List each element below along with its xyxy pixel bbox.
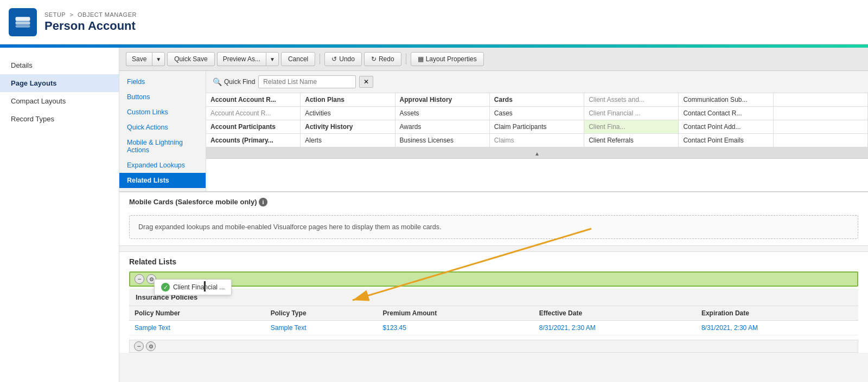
cell-expiration-date[interactable]: 8/31/2021, 2:30 AM — [696, 321, 858, 335]
rlist-assets[interactable]: Assets — [395, 107, 490, 120]
panel-area: Fields Buttons Custom Links Quick Action… — [119, 71, 868, 192]
rlist-client-financial1[interactable]: Client Financial ... — [584, 107, 679, 120]
layout-properties-button[interactable]: ▦ Layout Properties — [411, 52, 484, 66]
rlist-contact-contact-r[interactable]: Contact Contact R... — [679, 107, 773, 120]
rlist-contact-point-emails[interactable]: Contact Point Emails — [679, 134, 773, 147]
tooltip-check-icon: ✓ — [161, 283, 170, 292]
redo-button[interactable]: ↻ Redo — [364, 52, 401, 66]
col-premium-amount: Premium Amount — [378, 306, 534, 321]
nav-quick-actions[interactable]: Quick Actions — [119, 120, 206, 135]
page-title: Person Account — [44, 19, 137, 33]
save-dropdown-button[interactable]: ▼ — [152, 52, 165, 66]
scroll-indicator: ▲ — [206, 148, 868, 159]
rlist-placeholder1 — [774, 93, 868, 107]
rlist-client-referrals[interactable]: Client Referrals — [584, 134, 679, 147]
col-policy-number: Policy Number — [129, 306, 265, 321]
rlist-alerts[interactable]: Alerts — [301, 134, 395, 147]
redo-icon: ↻ — [371, 55, 376, 63]
svg-rect-1 — [16, 21, 30, 24]
rlist-activities[interactable]: Activities — [301, 107, 395, 120]
sidebar-item-record-types[interactable]: Record Types — [0, 110, 119, 128]
drop-zone-controls: − ⚙ — [135, 274, 156, 284]
rlist-business-licenses[interactable]: Business Licenses — [395, 134, 490, 147]
mobile-cards-info-icon[interactable]: i — [259, 198, 267, 206]
svg-rect-2 — [16, 25, 30, 28]
rlist-action-plans[interactable]: Action Plans — [301, 93, 395, 107]
nav-expanded-lookups[interactable]: Expanded Lookups — [119, 158, 206, 173]
nav-fields[interactable]: Fields — [119, 74, 206, 89]
insurance-section: Insurance Policies Policy Number Policy … — [129, 289, 858, 335]
drop-zone[interactable]: − ⚙ — [129, 271, 858, 287]
cell-policy-number[interactable]: Sample Text — [129, 321, 265, 335]
rlist-account-account-r1[interactable]: Account Account R... — [206, 93, 301, 107]
sidebar-item-compact-layouts[interactable]: Compact Layouts — [0, 92, 119, 110]
main-wrapper: Mobile Cards (Salesforce mobile only) i … — [119, 192, 868, 353]
table-row: Sample Text Sample Text $123.45 8/31/202… — [129, 321, 858, 335]
col-expiration-date: Expiration Date — [696, 306, 858, 321]
preview-as-button[interactable]: Preview As... — [217, 52, 266, 66]
mobile-cards-section: Mobile Cards (Salesforce mobile only) i … — [119, 192, 868, 246]
rlist-account-account-r2[interactable]: Account Account R... — [206, 107, 301, 120]
rlist-approval-history[interactable]: Approval History — [395, 93, 490, 107]
quick-find-input[interactable] — [258, 75, 356, 88]
mobile-cards-header: Mobile Cards (Salesforce mobile only) i — [119, 192, 868, 212]
related-lists-section: Related Lists − ⚙ ▎ ✓ — [119, 251, 868, 353]
undo-icon: ↺ — [331, 55, 337, 63]
rlist-client-fina-dragging[interactable]: Client Fina... — [584, 120, 679, 134]
rlist-client-assets[interactable]: Client Assets and... — [584, 93, 679, 107]
nav-mobile-lightning[interactable]: Mobile & Lightning Actions — [119, 135, 206, 158]
drop-zone-container: − ⚙ ▎ ✓ Client Financial ... — [119, 271, 868, 287]
app-logo — [9, 8, 37, 36]
col-policy-type: Policy Type — [265, 306, 378, 321]
col-effective-date: Effective Date — [534, 306, 696, 321]
rlist-cases[interactable]: Cases — [490, 107, 584, 120]
quick-save-button[interactable]: Quick Save — [167, 52, 214, 66]
cell-effective-date[interactable]: 8/31/2021, 2:30 AM — [534, 321, 696, 335]
related-list-grid: Account Account R... Action Plans Approv… — [206, 93, 868, 148]
breadcrumb: SETUP > OBJECT MANAGER — [44, 11, 137, 18]
rlist-activity-history[interactable]: Activity History — [301, 120, 395, 134]
rlist-contact-point-add[interactable]: Contact Point Add... — [679, 120, 773, 134]
quick-find-clear-button[interactable]: ✕ — [359, 76, 373, 88]
sidebar-item-details[interactable]: Details — [0, 56, 119, 74]
quick-find-label: 🔍 Quick Find — [213, 77, 255, 86]
layout-icon: ▦ — [418, 55, 424, 63]
cell-policy-type[interactable]: Sample Text — [265, 321, 378, 335]
toolbar: Save ▼ Quick Save Preview As... ▼ Cancel… — [119, 48, 868, 71]
mobile-cards-drop-zone[interactable]: Drag expanded lookups and mobile-enabled… — [129, 215, 858, 239]
rlist-placeholder4 — [774, 134, 868, 147]
main-content: Save ▼ Quick Save Preview As... ▼ Cancel… — [119, 48, 868, 382]
rlist-claims[interactable]: Claims — [490, 134, 584, 147]
cancel-button[interactable]: Cancel — [281, 52, 315, 66]
nav-related-lists[interactable]: Related Lists — [119, 173, 206, 188]
bottom-remove-btn[interactable]: − — [134, 341, 144, 351]
search-icon: 🔍 — [213, 77, 222, 86]
drag-tooltip: ✓ Client Financial ... — [154, 279, 232, 295]
preview-dropdown-button[interactable]: ▼ — [266, 52, 279, 66]
app-header: SETUP > OBJECT MANAGER Person Account — [0, 0, 868, 44]
save-button[interactable]: Save — [126, 52, 152, 66]
nav-buttons[interactable]: Buttons — [119, 89, 206, 105]
nav-custom-links[interactable]: Custom Links — [119, 105, 206, 120]
rlist-account-participants[interactable]: Account Participants — [206, 120, 301, 134]
body-layout: Details Page Layouts Compact Layouts Rec… — [0, 48, 868, 382]
rlist-awards[interactable]: Awards — [395, 120, 490, 134]
insurance-header: Insurance Policies — [129, 289, 858, 306]
bottom-drop-zone[interactable]: − ⚙ — [129, 340, 858, 353]
related-panel: 🔍 Quick Find ✕ Account Account R... Acti… — [206, 71, 868, 191]
preview-as-split-button[interactable]: Preview As... ▼ — [217, 52, 279, 66]
divider2 — [406, 54, 406, 64]
insurance-table: Policy Number Policy Type Premium Amount… — [129, 306, 858, 335]
cell-premium-amount[interactable]: $123.45 — [378, 321, 534, 335]
save-split-button[interactable]: Save ▼ — [126, 52, 165, 66]
sidebar: Details Page Layouts Compact Layouts Rec… — [0, 48, 119, 382]
bottom-settings-btn[interactable]: ⚙ — [146, 341, 156, 351]
svg-rect-0 — [16, 17, 30, 21]
remove-btn[interactable]: − — [135, 274, 144, 284]
sidebar-item-page-layouts[interactable]: Page Layouts — [0, 74, 119, 92]
undo-button[interactable]: ↺ Undo — [324, 52, 362, 66]
rlist-accounts-primary[interactable]: Accounts (Primary... — [206, 134, 301, 147]
rlist-communication-sub[interactable]: Communication Sub... — [679, 93, 773, 107]
rlist-claim-participants[interactable]: Claim Participants — [490, 120, 584, 134]
rlist-cards[interactable]: Cards — [490, 93, 584, 107]
